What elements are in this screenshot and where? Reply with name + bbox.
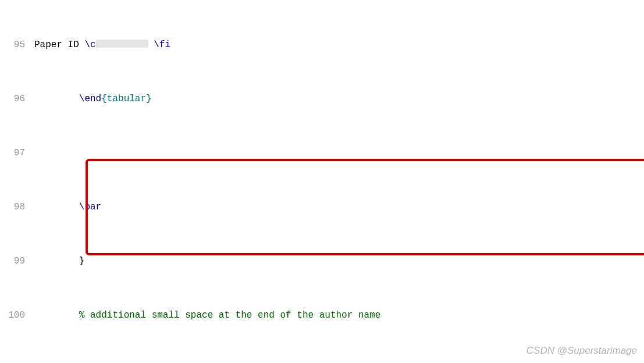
- line-number: 101: [0, 361, 25, 363]
- code-line[interactable]: \vskip .5em: [34, 361, 644, 363]
- redacted-text: [96, 40, 148, 48]
- code-line[interactable]: }: [34, 252, 644, 271]
- line-number: 100: [0, 307, 25, 325]
- code-area[interactable]: Paper ID \c \fi \end{tabular} \par } % a…: [32, 0, 644, 363]
- line-number: 95: [0, 36, 25, 54]
- line-number: 99: [0, 252, 25, 271]
- code-line[interactable]: Paper ID \c \fi: [34, 36, 644, 54]
- code-line[interactable]: [34, 144, 644, 162]
- line-number: 96: [0, 90, 25, 108]
- line-number-gutter: 95 96 97 98 99 100 101 102 103 104 105 1…: [0, 0, 32, 363]
- code-editor[interactable]: 95 96 97 98 99 100 101 102 103 104 105 1…: [0, 0, 644, 363]
- line-number: 97: [0, 144, 25, 162]
- code-line[interactable]: \end{tabular}: [34, 90, 644, 108]
- code-line[interactable]: \par: [34, 198, 644, 216]
- code-line[interactable]: % additional small space at the end of t…: [34, 307, 644, 325]
- line-number: 98: [0, 198, 25, 216]
